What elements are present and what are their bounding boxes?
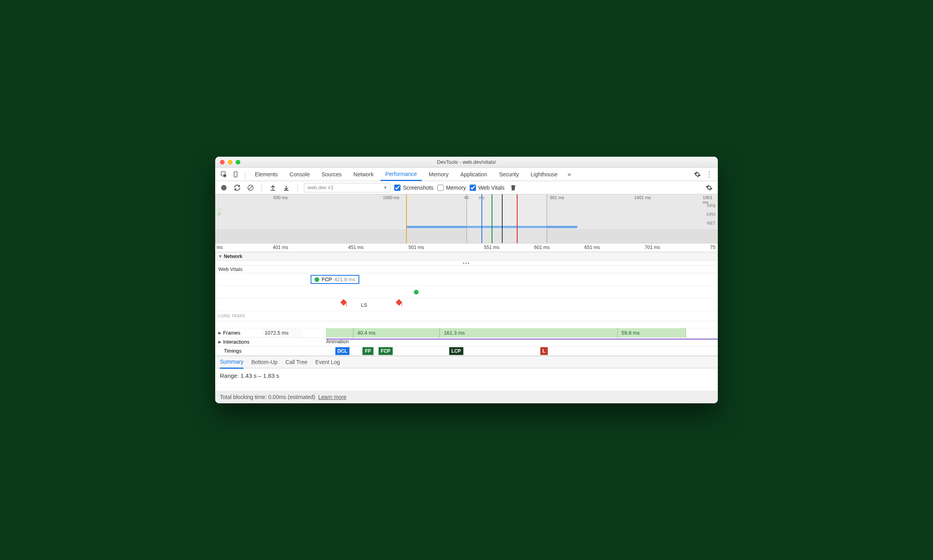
disclosure-icon: ▶ [218, 331, 221, 335]
webvitals-checkbox[interactable]: Web Vitals [470, 185, 504, 191]
fcp-badge-value: 421.8 ms [334, 276, 355, 282]
time-ruler[interactable]: 1 ms401 ms451 ms501 ms551 ms601 ms651 ms… [215, 243, 718, 252]
ruler-tick: 601 ms [534, 245, 549, 250]
interactions-row[interactable]: ▶Interactions Animation [215, 338, 718, 346]
perf-toolbar: web.dev #1 ▾ Screenshots Memory Web Vita… [215, 181, 718, 194]
overview-selection[interactable] [466, 194, 547, 243]
ruler-tick: 551 ms [484, 245, 499, 250]
tab-memory[interactable]: Memory [424, 168, 454, 181]
tab-application[interactable]: Application [456, 168, 492, 181]
download-button[interactable] [282, 183, 291, 192]
capture-settings-icon[interactable] [704, 183, 714, 192]
tab-performance[interactable]: Performance [381, 168, 421, 181]
frame-block[interactable]: 161.3 ms [440, 328, 617, 337]
screenshots-label: Screenshots [403, 185, 434, 191]
interactions-label: Interactions [223, 339, 249, 345]
fcp-badge[interactable]: FCP 421.8 ms [311, 275, 359, 284]
separator [262, 184, 262, 192]
recording-select-value: web.dev #1 [307, 185, 334, 190]
network-label: Network [224, 254, 242, 259]
upload-button[interactable] [268, 183, 278, 192]
ruler-tick: 75 [710, 245, 715, 250]
tab-summary[interactable]: Summary [220, 356, 243, 369]
recording-select[interactable]: web.dev #1 ▾ [304, 183, 390, 192]
disclosure-icon: ▼ [218, 254, 222, 258]
device-toggle-icon[interactable] [231, 170, 240, 179]
webvitals-section-header: Web Vitals [215, 265, 718, 273]
separator [245, 170, 245, 178]
fcp-marker-icon [315, 277, 319, 282]
tbt-text: Total blocking time: 0.00ms (estimated) [220, 394, 315, 400]
timings-label: Timings [224, 348, 241, 354]
tab-lighthouse[interactable]: Lighthouse [526, 168, 562, 181]
more-tabs-icon[interactable]: » [565, 170, 574, 179]
timing-badge-dcl[interactable]: DCL [335, 347, 350, 355]
overview-tick: 1401 ms [634, 195, 651, 200]
overview-tick: 901 ms [550, 195, 564, 200]
record-button[interactable] [219, 183, 229, 192]
ruler-tick: 401 ms [273, 245, 288, 250]
timing-badge-lcp[interactable]: LCP [449, 347, 463, 355]
frames-track[interactable]: 1072.5 ms 40.4 ms161.3 ms59.8 ms [262, 328, 718, 337]
frame-block[interactable]: 59.8 ms [618, 328, 686, 337]
titlebar: DevTools - web.dev/vitals/ [215, 157, 718, 168]
footer: Total blocking time: 0.00ms (estimated) … [215, 391, 718, 403]
screenshots-checkbox-input[interactable] [394, 185, 401, 191]
ls-label: LS [361, 302, 367, 307]
animation-bar [326, 339, 718, 344]
inspect-icon[interactable] [219, 170, 229, 179]
tab-network[interactable]: Network [349, 168, 378, 181]
memory-checkbox-input[interactable] [437, 185, 444, 191]
overview-vline [502, 194, 503, 243]
timings-row[interactable]: Timings DCLFPFCPLCPL [215, 346, 718, 356]
memory-label: Memory [446, 185, 466, 191]
settings-icon[interactable] [693, 170, 702, 179]
frames-first-value: 1072.5 ms [262, 328, 302, 337]
timing-badge-fcp[interactable]: FCP [379, 347, 393, 355]
trash-button[interactable] [509, 183, 518, 192]
ruler-tick: 651 ms [584, 245, 600, 250]
frames-row[interactable]: ▶Frames 1072.5 ms 40.4 ms161.3 ms59.8 ms [215, 328, 718, 338]
long-tasks-label: LONG TASKS [215, 311, 718, 321]
overview-vline [517, 194, 518, 243]
ls-marker[interactable] [344, 302, 348, 307]
frame-block[interactable] [326, 328, 353, 337]
tab-sources[interactable]: Sources [317, 168, 346, 181]
overview-vline [481, 194, 482, 243]
main-tabbar: Elements Console Sources Network Perform… [215, 168, 718, 181]
overview-vline [492, 194, 492, 243]
tab-bottom-up[interactable]: Bottom-Up [251, 356, 278, 368]
frame-block[interactable]: 40.4 ms [353, 328, 440, 337]
screenshots-checkbox[interactable]: Screenshots [394, 185, 434, 191]
ls-marker[interactable] [399, 302, 404, 307]
kebab-menu-icon[interactable]: ⋮ [704, 170, 714, 179]
tab-call-tree[interactable]: Call Tree [285, 356, 307, 368]
memory-checkbox[interactable]: Memory [437, 185, 466, 191]
webvitals-fcp-lane: FCP 421.8 ms [215, 273, 718, 286]
tab-event-log[interactable]: Event Log [315, 356, 340, 368]
tab-console[interactable]: Console [285, 168, 314, 181]
long-tasks-lane [215, 321, 718, 328]
window-title: DevTools - web.dev/vitals/ [215, 159, 718, 165]
bottom-tabbar: Summary Bottom-Up Call Tree Event Log [215, 356, 718, 368]
overview-tick: 500 ms [273, 195, 287, 200]
collapse-handle[interactable]: ••• [215, 261, 718, 265]
tab-security[interactable]: Security [494, 168, 524, 181]
timing-badge-fp[interactable]: FP [362, 347, 373, 355]
webvitals-checkbox-input[interactable] [470, 185, 476, 191]
webvitals-label: Web Vitals [478, 185, 504, 191]
clear-button[interactable] [246, 183, 255, 192]
overview-timeline[interactable]: 500 ms1000 ms40ms901 ms1401 ms1901 ms FP… [215, 194, 718, 243]
interactions-track[interactable]: Animation [262, 338, 718, 346]
reload-button[interactable] [232, 183, 242, 192]
tab-elements[interactable]: Elements [250, 168, 282, 181]
lcp-marker[interactable] [414, 290, 419, 295]
learn-more-link[interactable]: Learn more [318, 394, 347, 400]
fcp-badge-label: FCP [322, 276, 332, 282]
devtools-window: DevTools - web.dev/vitals/ Elements Cons… [215, 157, 718, 403]
network-section[interactable]: ▼Network [215, 252, 718, 261]
webvitals-ls-lane: LS [215, 298, 718, 311]
timings-track[interactable]: DCLFPFCPLCPL [262, 346, 718, 355]
ruler-tick: 451 ms [348, 245, 364, 250]
timing-badge-l[interactable]: L [540, 347, 548, 355]
